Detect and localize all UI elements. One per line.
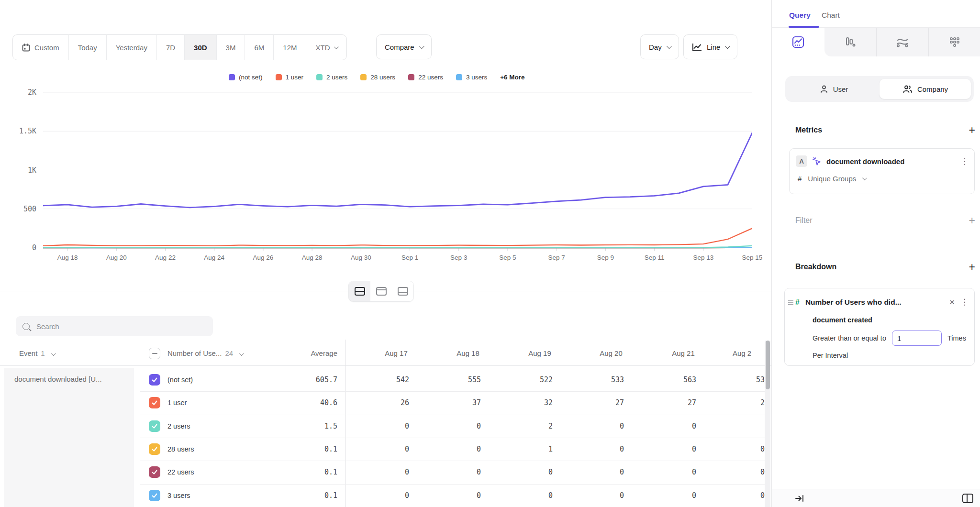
search-box[interactable] xyxy=(16,316,213,336)
x-axis-tick-label: Sep 3 xyxy=(435,254,483,261)
legend-more-button[interactable]: +6 More xyxy=(500,74,524,81)
legend-item[interactable]: 28 users xyxy=(360,74,395,81)
scope-user-option[interactable]: User xyxy=(788,79,880,99)
legend-label: 2 users xyxy=(326,74,347,81)
table-cell-value: 0 xyxy=(481,484,553,507)
x-axis-tick-label: Aug 24 xyxy=(190,254,238,261)
compare-button[interactable]: Compare xyxy=(376,34,432,59)
row-checkbox[interactable] xyxy=(149,466,160,478)
chevron-down-icon xyxy=(666,44,671,49)
condition-value-input[interactable] xyxy=(892,331,942,346)
event-column-header[interactable]: Event1 xyxy=(19,342,55,365)
row-checkbox[interactable] xyxy=(149,420,160,432)
table-cell-value: 0 xyxy=(552,484,624,507)
table-only-view-button[interactable] xyxy=(392,281,413,301)
date-range-xtd[interactable]: XTD xyxy=(306,35,346,60)
table-cell-value: 53 xyxy=(696,368,765,391)
table-scrollbar-thumb[interactable] xyxy=(766,341,770,389)
chart-type-dropdown[interactable]: Line xyxy=(683,34,737,59)
legend-label: (not set) xyxy=(239,74,263,81)
date-range-label: 6M xyxy=(254,44,264,52)
interval-dropdown[interactable]: Day xyxy=(640,34,679,59)
hash-icon: # xyxy=(798,175,802,183)
table-cell-value: 0 xyxy=(696,461,765,484)
x-axis-tick-label: Sep 11 xyxy=(631,254,679,261)
x-axis-tick-label: Sep 7 xyxy=(533,254,580,261)
date-range-12m[interactable]: 12M xyxy=(274,35,306,60)
series-line-1-user[interactable] xyxy=(43,228,752,245)
row-checkbox[interactable] xyxy=(149,374,160,386)
date-range-3m[interactable]: 3M xyxy=(217,35,245,60)
table-cell-value: 0 xyxy=(337,438,409,461)
chart-type-more-tab[interactable] xyxy=(928,28,980,56)
legend-item[interactable]: 1 user xyxy=(276,74,304,81)
add-metric-button[interactable]: + xyxy=(969,125,975,135)
breakdown-kebab-menu-icon[interactable]: ⋮ xyxy=(960,297,969,307)
drag-handle-icon[interactable] xyxy=(788,299,793,306)
metric-aggregation-dropdown[interactable]: # Unique Groups xyxy=(798,175,866,183)
add-breakdown-button[interactable]: + xyxy=(969,262,975,272)
select-all-checkbox[interactable] xyxy=(149,348,160,359)
date-range-label: Today xyxy=(78,44,97,52)
number-property-icon: # xyxy=(795,298,800,307)
metrics-title: Metrics xyxy=(795,126,822,134)
legend-swatch xyxy=(276,74,282,80)
average-value: 0.1 xyxy=(266,484,337,507)
y-axis-tick-label: 2K xyxy=(0,88,36,97)
filter-title: Filter xyxy=(795,216,813,225)
event-name-cell[interactable]: document downloaded [U... xyxy=(4,368,134,507)
x-axis-tick-label: Aug 18 xyxy=(44,254,91,261)
chart-only-view-button[interactable] xyxy=(370,281,392,301)
sidebar-toggle-icon[interactable] xyxy=(962,493,974,504)
flow-chart-icon xyxy=(896,36,909,48)
compare-label: Compare xyxy=(385,43,414,51)
row-checkbox[interactable] xyxy=(149,443,160,455)
user-icon xyxy=(820,85,828,93)
scope-company-option[interactable]: Company xyxy=(880,79,971,99)
legend-item[interactable]: 3 users xyxy=(456,74,487,81)
table-cell-value: 0 xyxy=(337,461,409,484)
average-value: 605.7 xyxy=(266,368,337,391)
legend-swatch xyxy=(229,74,235,80)
date-range-6m[interactable]: 6M xyxy=(245,35,274,60)
chart-type-line-tab[interactable] xyxy=(772,28,824,56)
date-range-label: XTD xyxy=(315,44,330,52)
add-filter-button[interactable]: + xyxy=(969,216,975,225)
row-checkbox[interactable] xyxy=(149,397,160,408)
date-range-custom[interactable]: Custom xyxy=(13,35,69,60)
metric-kebab-menu-icon[interactable]: ⋮ xyxy=(960,156,969,166)
metric-card[interactable]: A document downloaded ⋮ # Unique Groups xyxy=(789,148,975,194)
series-row-label: 2 users xyxy=(167,415,190,438)
legend-item[interactable]: 2 users xyxy=(316,74,347,81)
date-range-7d[interactable]: 7D xyxy=(157,35,185,60)
row-checkbox[interactable] xyxy=(149,490,160,501)
line-chart[interactable] xyxy=(43,88,752,253)
date-range-today[interactable]: Today xyxy=(69,35,107,60)
tab-chart[interactable]: Chart xyxy=(822,6,840,27)
table-cell-value: 0 xyxy=(624,438,696,461)
y-axis-tick-label: 1.5K xyxy=(0,127,36,135)
legend-label: 28 users xyxy=(370,74,395,81)
legend-item[interactable]: (not set) xyxy=(229,74,263,81)
legend-item[interactable]: 22 users xyxy=(408,74,443,81)
series-column-header[interactable]: Number of Use...24 xyxy=(167,342,243,365)
tab-query[interactable]: Query xyxy=(789,6,811,27)
close-icon[interactable]: × xyxy=(949,298,955,306)
table-cell-value: 0 xyxy=(481,461,553,484)
table-cell-value: 32 xyxy=(481,391,553,414)
breakdown-card[interactable]: # Number of Users who did... × ⋮ documen… xyxy=(784,288,975,366)
chart-type-bar-tab[interactable] xyxy=(824,28,876,56)
query-panel: Query Chart xyxy=(771,0,980,507)
date-range-yesterday[interactable]: Yesterday xyxy=(107,35,157,60)
collapse-panel-icon[interactable] xyxy=(795,494,804,503)
date-column-header: Aug 17 xyxy=(360,342,432,365)
chart-type-flow-tab[interactable] xyxy=(876,28,928,56)
x-axis-tick-label: Aug 22 xyxy=(142,254,189,261)
split-view-button[interactable] xyxy=(349,281,370,301)
table-cell-value: 26 xyxy=(337,391,409,414)
date-range-30d[interactable]: 30D xyxy=(185,35,217,60)
search-input[interactable] xyxy=(35,322,206,331)
x-axis-tick-label: Sep 15 xyxy=(728,254,776,261)
x-axis-tick-label: Aug 20 xyxy=(92,254,140,261)
date-column-header: Aug 2 xyxy=(719,342,765,365)
